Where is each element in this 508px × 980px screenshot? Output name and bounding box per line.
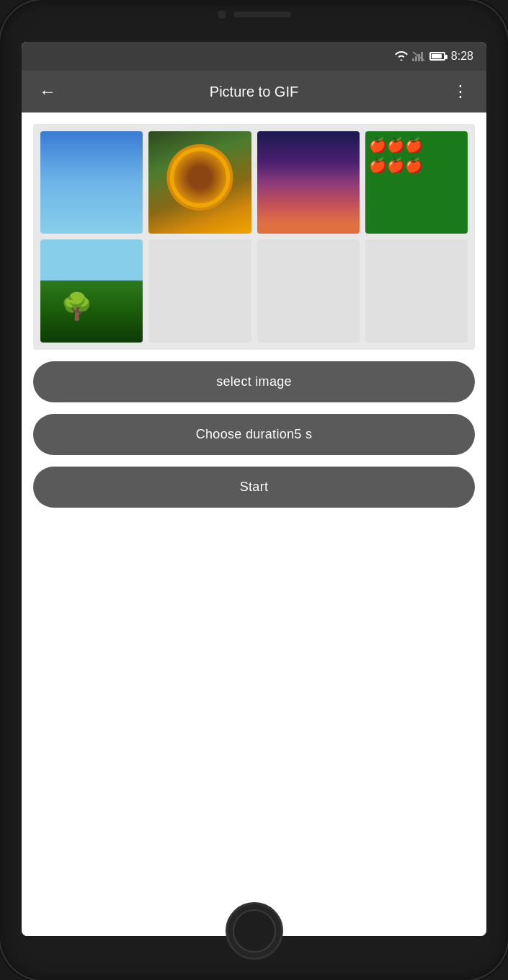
svg-rect-1 (415, 56, 417, 61)
signal-icon (412, 51, 425, 61)
image-thumbnail-tree[interactable] (40, 239, 143, 342)
wifi-icon (395, 51, 408, 61)
status-icons: 8:28 (395, 50, 473, 63)
home-button-inner (233, 909, 276, 953)
status-time: 8:28 (451, 50, 473, 63)
phone-notch (218, 10, 291, 19)
image-grid-row2 (40, 239, 468, 342)
image-placeholder-1 (148, 239, 251, 342)
app-title: Picture to GIF (62, 84, 446, 100)
image-placeholder-2 (257, 239, 360, 342)
image-thumbnail-sky[interactable] (40, 131, 143, 234)
phone-device: 8:28 ← Picture to GIF ⋮ (0, 0, 508, 980)
image-placeholder-3 (365, 239, 468, 342)
main-content: select image Choose duration5 s Start (22, 112, 486, 936)
start-button[interactable]: Start (33, 467, 475, 508)
overflow-menu-button[interactable]: ⋮ (446, 77, 475, 106)
svg-rect-0 (412, 58, 414, 61)
select-image-button[interactable]: select image (33, 361, 475, 402)
battery-icon (429, 52, 445, 61)
image-thumbnail-sunset[interactable] (257, 131, 360, 234)
image-thumbnail-apples[interactable] (365, 131, 468, 234)
camera-dot (218, 10, 226, 19)
app-bar: ← Picture to GIF ⋮ (22, 71, 486, 112)
back-button[interactable]: ← (33, 77, 62, 106)
image-thumbnail-sunflower[interactable] (148, 131, 251, 234)
image-grid-container (33, 124, 475, 350)
speaker-bar (233, 12, 291, 17)
phone-screen: 8:28 ← Picture to GIF ⋮ (22, 42, 486, 936)
home-button[interactable] (226, 902, 283, 960)
image-grid-row1 (40, 131, 468, 234)
status-bar: 8:28 (22, 42, 486, 71)
choose-duration-button[interactable]: Choose duration5 s (33, 414, 475, 455)
